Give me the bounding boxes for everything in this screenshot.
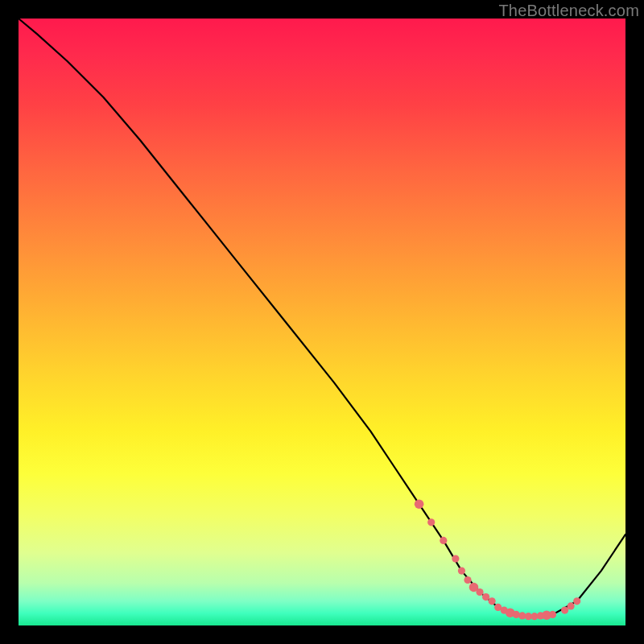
marker-dot <box>573 597 580 605</box>
marker-dot <box>482 593 489 601</box>
marker-dot <box>489 597 496 605</box>
watermark-text: TheBottleneck.com <box>498 2 639 20</box>
marker-dot <box>440 537 447 544</box>
flat-region-markers <box>415 499 581 620</box>
marker-dot <box>549 611 556 618</box>
marker-dot <box>561 607 568 614</box>
chart-stage: TheBottleneck.com <box>0 0 644 644</box>
marker-dot <box>476 588 483 596</box>
marker-dot <box>458 568 465 575</box>
marker-dot <box>452 555 459 563</box>
chart-svg <box>19 19 625 625</box>
marker-dot <box>568 602 575 609</box>
chart-plot-area <box>19 19 625 625</box>
marker-dot <box>464 576 471 584</box>
bottleneck-curve <box>19 19 625 617</box>
marker-dot <box>415 499 424 509</box>
marker-dot <box>427 518 435 526</box>
